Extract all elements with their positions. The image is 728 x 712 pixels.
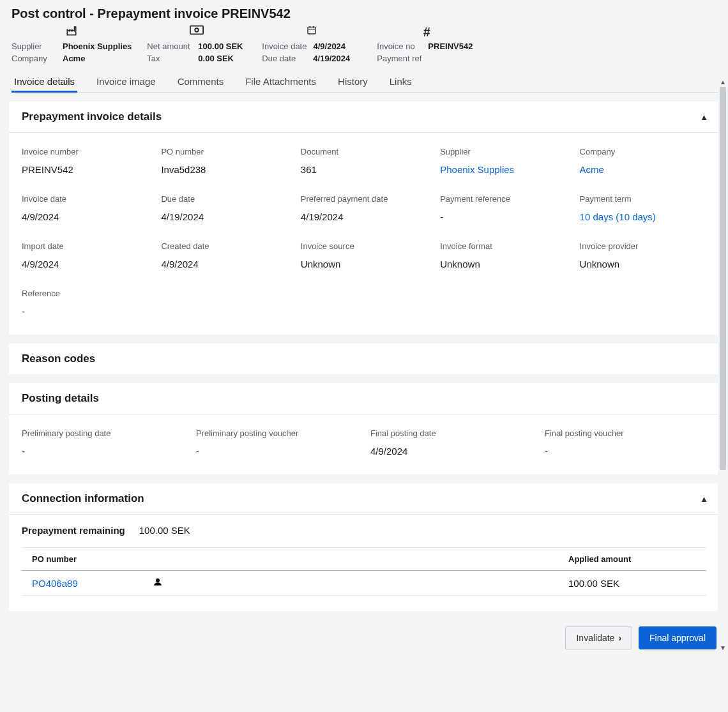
- invdate-label: Invoice date: [262, 40, 307, 52]
- prelim-voucher-value: -: [196, 446, 358, 457]
- tab-invoice-image[interactable]: Invoice image: [94, 72, 158, 92]
- po-table: PO number Applied amount PO406a89 100.00…: [22, 547, 706, 596]
- invoice-provider-value: Unknown: [580, 259, 706, 269]
- duedate-label: Due date: [262, 52, 307, 64]
- label: Invoice format: [440, 241, 566, 251]
- applied-amount-value: 100.00 SEK: [568, 578, 696, 589]
- tab-invoice-details[interactable]: Invoice details: [11, 72, 77, 92]
- label: Final posting voucher: [545, 428, 706, 438]
- final-date-value: 4/9/2024: [370, 446, 532, 457]
- label: PO number: [161, 147, 287, 156]
- label: Preliminary posting voucher: [196, 428, 358, 438]
- import-date-value: 4/9/2024: [22, 259, 148, 269]
- tax-value: 0.00 SEK: [198, 52, 234, 64]
- due-date-value: 4/19/2024: [161, 211, 287, 222]
- pay-ref-value: -: [440, 211, 566, 222]
- calendar-icon: [262, 25, 361, 39]
- reason-codes-card: Reason codes: [9, 344, 719, 374]
- payment-term-link[interactable]: 10 days (10 days): [580, 211, 706, 222]
- prepayment-remaining-value: 100.00 SEK: [139, 525, 190, 536]
- invoice-source-value: Unknown: [301, 259, 427, 269]
- label: Invoice date: [22, 194, 148, 204]
- supplier-value: Phoenix Supplies: [63, 40, 132, 52]
- footer-actions: Invalidate› Final approval: [565, 626, 717, 649]
- tax-label: Tax: [147, 52, 192, 64]
- invalidate-button[interactable]: Invalidate›: [565, 626, 632, 649]
- connection-info-card: Connection information ▴ Prepayment rema…: [9, 483, 719, 611]
- posting-details-card: Posting details Preliminary posting date…: [9, 383, 719, 474]
- hash-icon: #: [377, 25, 476, 39]
- tab-bar: Invoice details Invoice image Comments F…: [11, 72, 719, 93]
- tab-comments[interactable]: Comments: [175, 72, 227, 92]
- svg-point-1: [195, 28, 199, 32]
- final-voucher-value: -: [545, 446, 706, 457]
- posting-details-title: Posting details: [22, 392, 99, 405]
- supplier-link[interactable]: Phoenix Supplies: [440, 164, 566, 175]
- label: Reference: [22, 289, 148, 298]
- pref-pay-value: 4/19/2024: [301, 211, 427, 222]
- svg-point-3: [156, 579, 160, 582]
- company-link[interactable]: Acme: [580, 164, 706, 175]
- summary-bar: Supplier Phoenix Supplies Company Acme N…: [11, 25, 719, 64]
- label: Final posting date: [370, 428, 532, 438]
- page-title: Post control - Prepayment invoice PREINV…: [11, 6, 719, 21]
- label: Invoice source: [301, 241, 427, 251]
- scroll-up-arrow-icon[interactable]: ▲: [720, 78, 726, 87]
- scrollbar[interactable]: ▲ ▼: [718, 78, 728, 653]
- applied-amount-header: Applied amount: [568, 554, 696, 564]
- label: Preferred payment date: [301, 194, 427, 204]
- created-date-value: 4/9/2024: [161, 259, 287, 269]
- netamount-value: 100.00 SEK: [198, 40, 243, 52]
- po-number-text: PO406a89: [32, 578, 140, 589]
- prepayment-remaining-label: Prepayment remaining: [22, 525, 125, 536]
- invoice-format-value: Unknown: [440, 259, 566, 269]
- final-approval-button[interactable]: Final approval: [639, 626, 717, 649]
- label: Invoice number: [22, 147, 148, 156]
- collapse-details-icon[interactable]: ▴: [702, 112, 706, 122]
- money-icon: [147, 25, 246, 39]
- label: Invoice provider: [580, 241, 706, 251]
- label: Company: [580, 147, 706, 156]
- invdate-value: 4/9/2024: [313, 40, 345, 52]
- reference-value: -: [22, 306, 148, 317]
- svg-rect-0: [190, 26, 203, 34]
- label: Payment reference: [440, 194, 566, 204]
- po-number-value: Inva5d238: [161, 164, 287, 175]
- company-value: Acme: [63, 52, 85, 64]
- svg-rect-2: [308, 27, 315, 34]
- tab-history[interactable]: History: [335, 72, 370, 92]
- reason-codes-title: Reason codes: [22, 352, 95, 365]
- table-row: PO406a89 100.00 SEK: [22, 571, 706, 596]
- chevron-right-icon: ›: [618, 633, 621, 643]
- tab-file-attachments[interactable]: File Attachments: [243, 72, 319, 92]
- tab-links[interactable]: Links: [387, 72, 414, 92]
- label: Import date: [22, 241, 148, 251]
- supplier-label: Supplier: [11, 40, 56, 52]
- scroll-thumb[interactable]: [720, 87, 726, 470]
- label: Preliminary posting date: [22, 428, 183, 438]
- netamount-label: Net amount: [147, 40, 192, 52]
- company-label: Company: [11, 52, 56, 64]
- invoice-date-value: 4/9/2024: [22, 211, 148, 222]
- label: Document: [301, 147, 427, 156]
- duedate-value: 4/19/2024: [313, 52, 350, 64]
- collapse-connection-icon[interactable]: ▴: [702, 494, 706, 504]
- invalidate-label: Invalidate: [576, 633, 614, 643]
- prepayment-details-card: Prepayment invoice details ▴ Invoice num…: [9, 102, 719, 335]
- prelim-date-value: -: [22, 446, 183, 457]
- po-number-header: PO number: [32, 554, 568, 564]
- person-icon: [153, 577, 162, 589]
- po-link[interactable]: PO406a89: [32, 577, 568, 589]
- document-value: 361: [301, 164, 427, 175]
- invno-value: PREINV542: [428, 40, 473, 52]
- factory-icon: [11, 25, 132, 39]
- label: Due date: [161, 194, 287, 204]
- payref-label: Payment ref: [377, 52, 421, 64]
- label: Payment term: [580, 194, 706, 204]
- label: Supplier: [440, 147, 566, 156]
- scroll-down-arrow-icon[interactable]: ▼: [720, 644, 726, 653]
- connection-info-title: Connection information: [22, 492, 144, 505]
- invoice-number-value: PREINV542: [22, 164, 148, 175]
- prepayment-details-title: Prepayment invoice details: [22, 110, 162, 123]
- label: Created date: [161, 241, 287, 251]
